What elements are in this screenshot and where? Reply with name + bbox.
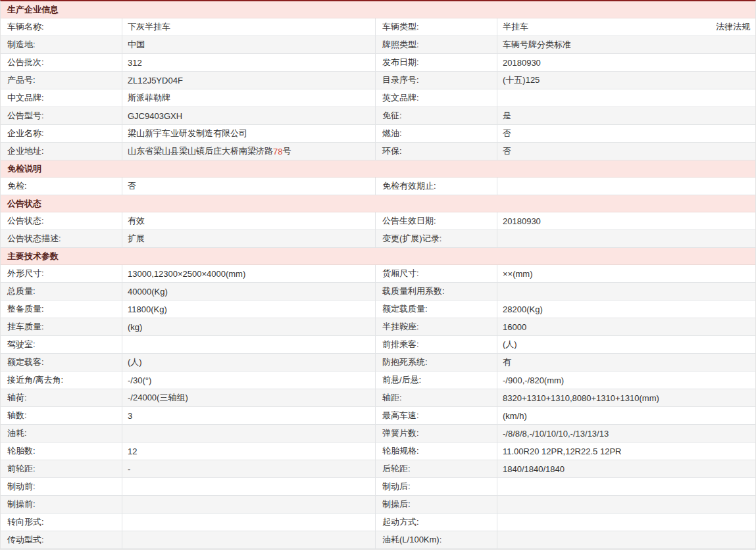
field-value [497, 283, 755, 300]
field-value: -/24000(三轴组) [122, 389, 376, 406]
field-label-text: 环保: [382, 145, 402, 157]
field-value-text: 是 [503, 110, 511, 122]
field-row: 公告状态:有效公告生效日期:20180930 [1, 212, 755, 230]
field-label: 半挂鞍座: [376, 318, 497, 335]
field-row: 轴数:3最高车速:(km/h) [1, 407, 755, 425]
legal-regulations-link[interactable]: 法律法规 [716, 21, 755, 33]
field-row: 中文品牌:斯派菲勒牌英文品牌: [1, 89, 755, 107]
field-value-text: 梁山新宇车业研发制造有限公司 [128, 128, 247, 139]
field-label-text: 半挂鞍座: [382, 321, 419, 333]
field-value-text: 12 [128, 446, 137, 456]
field-value: 梁山新宇车业研发制造有限公司 [122, 125, 376, 142]
field-label-text: 前轮距: [7, 463, 36, 475]
field-label: 公告生效日期: [376, 212, 497, 229]
field-label-text: 传动型式: [7, 534, 44, 546]
field-value [497, 89, 755, 107]
field-label: 环保: [376, 143, 497, 160]
field-value: 斯派菲勒牌 [122, 89, 376, 107]
field-value: 中国 [122, 36, 376, 53]
field-label: 公告批次: [1, 54, 122, 71]
field-label-text: 公告状态描述: [7, 233, 61, 245]
field-row: 公告批次:312发布日期:20180930 [1, 54, 755, 72]
field-value-text: 11.00R20 12PR,12R22.5 12PR [503, 446, 621, 456]
field-label-text: 中文品牌: [7, 92, 44, 104]
field-label-text: 公告批次: [7, 57, 44, 68]
field-value-text: 16000 [503, 322, 526, 332]
field-label: 轮胎数: [1, 443, 122, 460]
field-value-text: 否 [503, 128, 511, 139]
field-value: 28200(Kg) [497, 301, 755, 318]
field-row: 产品号:ZL12J5YD04F目录序号:(十五)125 [1, 72, 755, 89]
field-label-text: 外形尺寸: [7, 268, 44, 279]
field-value-text: 有效 [128, 215, 145, 227]
field-label: 油耗: [1, 425, 122, 442]
field-row: 车辆名称:下灰半挂车车辆类型:半挂车法律法规 [1, 18, 755, 36]
field-value [122, 496, 376, 513]
field-label-text: 整备质量: [7, 303, 44, 315]
field-value [122, 478, 376, 495]
field-value [122, 336, 376, 353]
field-label: 制动后: [376, 478, 497, 495]
field-label: 后轮距: [376, 460, 497, 477]
field-label: 挂车质量: [1, 318, 122, 335]
field-label-text: 前排乘客: [382, 339, 419, 350]
field-row: 驾驶室:前排乘客:(人) [1, 336, 755, 354]
field-value: 下灰半挂车 [122, 18, 376, 36]
section-header: 公告状态 [1, 195, 755, 212]
field-label: 轴荷: [1, 389, 122, 406]
field-row: 企业名称:梁山新宇车业研发制造有限公司燃油:否 [1, 125, 755, 143]
field-label-text: 油耗: [7, 427, 27, 439]
field-value: 有效 [122, 212, 376, 229]
field-label-text: 公告生效日期: [382, 215, 436, 227]
field-label: 接近角/离去角: [1, 372, 122, 389]
field-label: 前悬/后悬: [376, 372, 497, 389]
field-label: 企业地址: [1, 143, 122, 160]
field-value: 8320+1310+1310,8080+1310+1310(mm) [497, 389, 755, 406]
highlight-text: 78 [273, 147, 282, 156]
field-row: 整备质量:11800(Kg)额定载质量:28200(Kg) [1, 301, 755, 318]
field-label: 燃油: [376, 125, 497, 142]
field-label: 防抱死系统: [376, 354, 497, 371]
field-value: 40000(Kg) [122, 283, 376, 300]
field-label-text: 额定载客: [7, 356, 44, 368]
field-label-text: 免检有效期止: [382, 180, 436, 192]
field-label-text: 转向形式: [7, 516, 44, 528]
field-label-text: 车辆类型: [382, 21, 419, 33]
field-value-text: (km/h) [503, 411, 527, 421]
field-value: 16000 [497, 318, 755, 335]
field-value: 山东省梁山县梁山镇后庄大桥南梁济路78号 [122, 143, 376, 160]
field-value: 扩展 [122, 230, 376, 247]
field-label-text: 免检: [7, 180, 27, 192]
field-value-text: 扩展 [128, 233, 145, 245]
field-label-text: 油耗(L/100Km): [382, 534, 441, 546]
field-label-text: 轴荷: [7, 392, 27, 404]
address-text: 山东省梁山县梁山镇后庄大桥南梁济路 [128, 145, 273, 157]
field-label: 总质量: [1, 283, 122, 300]
field-label-text: 公告状态: [7, 215, 44, 227]
field-value: (kg) [122, 318, 376, 335]
field-label: 免检: [1, 178, 122, 195]
field-value-text: (人) [503, 339, 517, 350]
field-value: (人) [497, 336, 755, 353]
field-value [497, 178, 755, 195]
field-label-text: 前悬/后悬: [382, 374, 421, 386]
field-label: 变更(扩展)记录: [376, 230, 497, 247]
field-label: 公告型号: [1, 107, 122, 124]
field-value-text: 车辆号牌分类标准 [503, 39, 571, 51]
field-value-text: 28200(Kg) [503, 304, 543, 314]
field-label: 传动型式: [1, 531, 122, 548]
field-row: 制造地:中国牌照类型:车辆号牌分类标准 [1, 36, 755, 54]
field-label: 制操前: [1, 496, 122, 513]
field-label: 企业名称: [1, 125, 122, 142]
field-label-text: 免征: [382, 110, 402, 122]
field-value: 20180930 [497, 54, 755, 71]
field-label-text: 最高车速: [382, 410, 419, 421]
field-value [122, 531, 376, 548]
field-label: 轮胎规格: [376, 443, 497, 460]
field-label: 英文品牌: [376, 89, 497, 107]
field-row: 挂车质量:(kg)半挂鞍座:16000 [1, 318, 755, 336]
field-label: 油耗(L/100Km): [376, 531, 497, 548]
field-label-text: 产品号: [7, 74, 36, 86]
field-value: 13000,12300×2500×4000(mm) [122, 265, 376, 282]
field-label: 货厢尺寸: [376, 265, 497, 282]
